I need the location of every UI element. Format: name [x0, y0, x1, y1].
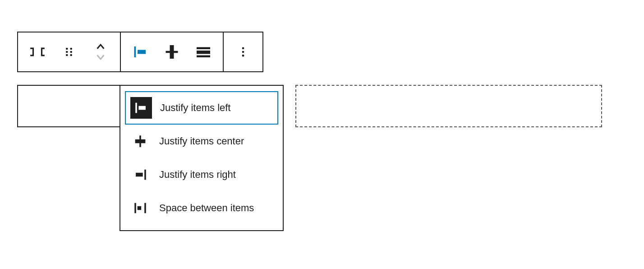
- menu-item-justify-left[interactable]: Justify items left: [125, 91, 278, 125]
- svg-point-13: [242, 47, 244, 50]
- svg-rect-24: [144, 203, 146, 213]
- toolbar-group-alignment: [121, 32, 224, 71]
- justify-center-icon: [129, 130, 151, 152]
- svg-rect-21: [144, 170, 146, 180]
- block-toolbar: [17, 32, 263, 72]
- svg-rect-6: [134, 46, 136, 57]
- svg-rect-19: [135, 139, 146, 144]
- svg-rect-9: [166, 51, 178, 53]
- more-vertical-icon: [237, 46, 249, 58]
- block-type-button[interactable]: [22, 32, 53, 71]
- drag-handle-icon: [63, 46, 75, 58]
- more-options-button[interactable]: [227, 32, 259, 71]
- menu-item-label: Justify items center: [159, 135, 244, 147]
- align-middle-icon: [164, 44, 180, 60]
- block-placeholder[interactable]: [295, 85, 602, 127]
- vertical-align-button[interactable]: [156, 32, 188, 71]
- svg-point-3: [70, 51, 72, 53]
- chevron-up-down-icon: [94, 42, 107, 62]
- justify-button[interactable]: [124, 32, 156, 71]
- align-wide-icon: [195, 44, 212, 60]
- menu-item-label: Space between items: [159, 202, 254, 214]
- svg-point-14: [242, 51, 244, 53]
- menu-item-label: Justify items right: [159, 169, 236, 181]
- svg-rect-20: [136, 173, 143, 177]
- toolbar-group-block: [18, 32, 121, 71]
- justify-menu-popover: Justify items left Justify items center …: [120, 85, 284, 231]
- svg-point-4: [66, 54, 68, 56]
- svg-point-5: [70, 54, 72, 56]
- menu-item-space-between[interactable]: Space between items: [125, 191, 278, 225]
- toolbar-group-more: [224, 32, 262, 71]
- menu-item-justify-center[interactable]: Justify items center: [125, 125, 278, 158]
- justify-right-icon: [129, 164, 151, 186]
- svg-rect-11: [197, 51, 210, 54]
- justify-left-icon: [132, 44, 148, 60]
- svg-point-2: [66, 51, 68, 53]
- svg-rect-10: [197, 47, 210, 50]
- row-icon: [29, 43, 46, 60]
- menu-item-label: Justify items left: [160, 102, 230, 114]
- svg-rect-12: [197, 56, 210, 58]
- svg-rect-17: [138, 106, 146, 110]
- drag-handle-button[interactable]: [53, 32, 85, 71]
- svg-point-0: [66, 48, 68, 50]
- move-up-down-button[interactable]: [85, 32, 116, 71]
- svg-rect-16: [135, 103, 137, 113]
- svg-rect-7: [138, 50, 146, 54]
- justify-left-icon: [130, 97, 152, 119]
- menu-item-justify-right[interactable]: Justify items right: [125, 158, 278, 191]
- svg-point-15: [242, 55, 244, 57]
- align-wide-button[interactable]: [188, 32, 219, 71]
- svg-rect-23: [138, 206, 142, 210]
- space-between-icon: [129, 197, 151, 219]
- svg-point-1: [70, 48, 72, 50]
- svg-rect-22: [134, 203, 136, 213]
